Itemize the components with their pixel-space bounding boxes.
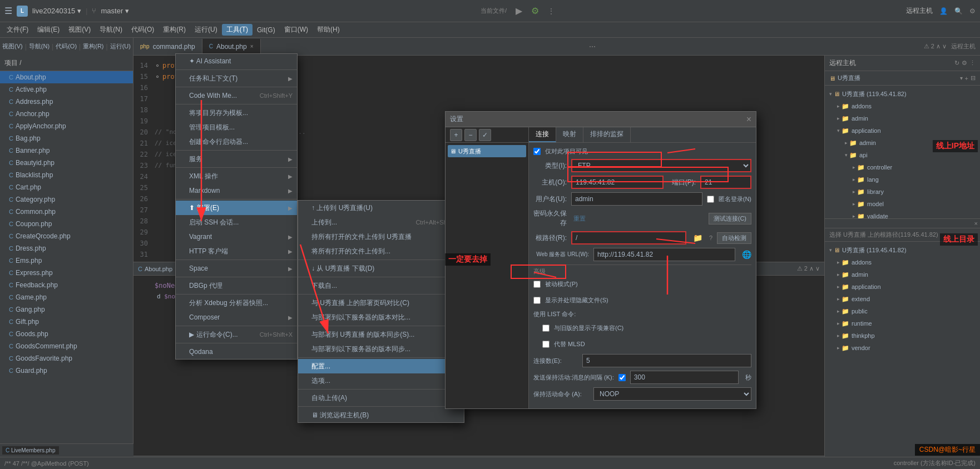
tool-save-template[interactable]: 将项目另存为模板... — [176, 106, 297, 120]
tab-view[interactable]: 视图(V) — [2, 42, 23, 51]
deploy-sync-to[interactable]: 与部署到以下服务器的版本同步... — [298, 342, 464, 356]
keepalive-input[interactable] — [630, 371, 739, 384]
menu-run[interactable]: 运行(U) — [190, 24, 222, 36]
menu-edit[interactable]: 编辑(E) — [33, 24, 64, 36]
tool-tasks[interactable]: 任务和上下文(T) ▶ — [176, 71, 297, 86]
tool-run-cmd[interactable]: ▶ 运行命令(C)... Ctrl+Shift+X — [176, 327, 297, 342]
visible-only-checkbox[interactable] — [533, 148, 541, 155]
tree-b-application[interactable]: ▸ 📁 application — [825, 281, 980, 293]
sidebar-item-common[interactable]: CCommon.php — [0, 206, 133, 218]
tree-b-admin[interactable]: ▸ 📁 admin — [825, 268, 980, 281]
tool-ssh[interactable]: 启动 SSH 会话... — [176, 215, 297, 229]
tab-more-button[interactable]: ⋯ — [582, 43, 602, 51]
settings-top-icon[interactable]: ⚙ — [969, 7, 976, 15]
sidebar-item-bag[interactable]: CBag.php — [0, 132, 133, 144]
sidebar-item-feedback[interactable]: CFeedback.php — [0, 279, 133, 291]
sidebar-item-game[interactable]: CGame.php — [0, 291, 133, 303]
sidebar-item-createqrcode[interactable]: CCreateQrcode.php — [0, 230, 133, 242]
tool-space[interactable]: Space ▶ — [176, 261, 297, 276]
tool-ai[interactable]: ✦ AI Assistant — [176, 54, 297, 68]
tab-code[interactable]: 代码(O) — [56, 42, 77, 51]
sidebar-item-address[interactable]: CAddress.php — [0, 96, 133, 108]
deploy-upload-all[interactable]: 持所有打开的文件上传到 U秀直播 — [298, 229, 464, 244]
bottom-tab-livemembers[interactable]: C LiveMembers.php — [2, 446, 59, 455]
sidebar-item-gang[interactable]: CGang.php — [0, 303, 133, 316]
auto-detect-btn[interactable]: 自动检测 — [717, 232, 751, 244]
deploy-compare-to[interactable]: 与部署到以下服务器的版本对比... — [298, 310, 464, 325]
keepalive-checkbox[interactable] — [618, 374, 626, 381]
tree-server-bottom[interactable]: ▾ 🖥 U秀直播 (119.45.41.82) — [825, 244, 980, 256]
tab-nav[interactable]: 导航(N) — [29, 42, 50, 51]
sidebar-item-cart[interactable]: CCart.php — [0, 181, 133, 193]
sidebar-item-beautyid[interactable]: CBeautyid.php — [0, 157, 133, 169]
open-browser-icon[interactable]: 🌐 — [742, 250, 751, 259]
tree-server-top[interactable]: ▾ 🖥 U秀直播 (119.45.41.82) — [825, 88, 980, 100]
editor-tab-about[interactable]: C About.php × — [202, 39, 261, 54]
project-name[interactable]: live20240315 ▾ — [32, 7, 81, 15]
deploy-options[interactable]: 选项... — [298, 373, 464, 388]
deploy-compare[interactable]: 与 U秀直播 上的部署页码对比(C) — [298, 296, 464, 310]
sidebar-item-active[interactable]: CActive.php — [0, 83, 133, 96]
tree-b-thinkphp[interactable]: ▸ 📁 thinkphp — [825, 330, 980, 342]
menu-navigate[interactable]: 导航(N) — [95, 24, 127, 36]
tool-composer[interactable]: Composer ▶ — [176, 310, 297, 325]
menu-window[interactable]: 窗口(W) — [280, 24, 313, 36]
proxy-checkbox[interactable] — [542, 341, 550, 348]
sidebar-item-gift[interactable]: CGift.php — [0, 316, 133, 328]
tool-qodana[interactable]: Qodana — [176, 345, 297, 359]
sidebar-item-goodscomment[interactable]: CGoodsComment.php — [0, 340, 133, 352]
dialog-tab-mapping[interactable]: 映射 — [556, 127, 583, 142]
tree-application[interactable]: ▾ 📁 application — [825, 124, 980, 137]
test-connection-btn[interactable]: 测试连接(C) — [709, 213, 751, 224]
dialog-tab-connection[interactable]: 连接 — [529, 127, 556, 142]
remove-server-btn[interactable]: − — [464, 129, 477, 141]
deploy-download[interactable]: ↓ 从 U秀直播 下载(D) — [298, 261, 464, 276]
branch-name[interactable]: ⑂ master ▾ — [92, 7, 129, 15]
deploy-download-from[interactable]: 下载自... — [298, 278, 464, 293]
deploy-upload[interactable]: ↑ 上传到 U秀直播(U) — [298, 201, 464, 215]
sidebar-item-ems[interactable]: CEms.php — [0, 255, 133, 267]
hamburger-icon[interactable]: ☰ — [4, 6, 12, 16]
pwd-reset-link[interactable]: 重置 — [573, 214, 586, 223]
tool-xdebug[interactable]: 分析 Xdebug 分析器快照... — [176, 296, 297, 310]
host-input[interactable] — [571, 176, 664, 189]
run-icon[interactable]: ▶ — [516, 6, 522, 16]
sidebar-item-coupon[interactable]: CCoupon.php — [0, 218, 133, 230]
advanced-toggle[interactable]: 高级 — [533, 267, 751, 276]
tool-deploy[interactable]: ⬆ 部署(E) ▶ — [176, 201, 297, 215]
type-select[interactable]: FTP SFTP — [571, 159, 751, 172]
sidebar-item-goodsfavorite[interactable]: CGoodsFavorite.php — [0, 352, 133, 365]
dialog-tab-excluded[interactable]: 排排的监探 — [583, 127, 631, 142]
debug-icon[interactable]: ⚙ — [531, 6, 539, 16]
menu-git[interactable]: Git(G) — [253, 25, 280, 35]
tree-addons-top[interactable]: ▸ 📁 addons — [825, 100, 980, 112]
tree-validate[interactable]: ▸ 📁 validate — [825, 210, 980, 219]
deploy-upload-to[interactable]: 上传到... Ctrl+Alt+Shift+X — [298, 215, 464, 229]
more-remote-icon[interactable]: ⋮ — [969, 59, 976, 67]
search-top-icon[interactable]: 🔍 — [954, 7, 963, 15]
browse-folder-icon[interactable]: 📁 — [693, 233, 702, 242]
sidebar-item-about[interactable]: CAbout.php — [0, 71, 133, 83]
tree-b-runtime[interactable]: ▸ 📁 runtime — [825, 317, 980, 330]
tool-manage-template[interactable]: 管理项目模板... — [176, 120, 297, 134]
sidebar-item-anchor[interactable]: CAnchor.php — [0, 108, 133, 120]
connect-timeout-input[interactable] — [582, 354, 751, 367]
sidebar-item-goods[interactable]: CGoods.php — [0, 328, 133, 340]
tree-admin-top[interactable]: ▸ 📁 admin — [825, 112, 980, 124]
editor-tab-command[interactable]: php command.php — [133, 39, 202, 54]
new-connection-icon[interactable]: + — [965, 75, 968, 82]
deploy-browse[interactable]: 🖥 浏览远程主机(B) — [298, 408, 464, 422]
tool-vagrant[interactable]: Vagrant ▶ — [176, 229, 297, 244]
menu-view[interactable]: 视图(V) — [64, 24, 95, 36]
dropdown-arrow[interactable]: ▾ — [960, 75, 963, 81]
tool-codewith[interactable]: Code With Me... Ctrl+Shift+Y — [176, 88, 297, 103]
anon-checkbox[interactable] — [707, 196, 714, 203]
tab-run[interactable]: 运行(U) — [110, 42, 131, 51]
sidebar-item-dress[interactable]: CDress.php — [0, 242, 133, 255]
root-input[interactable] — [571, 231, 686, 245]
settings-icon[interactable]: ⚙ — [962, 59, 967, 67]
sidebar-item-banner[interactable]: CBanner.php — [0, 144, 133, 157]
close-about-tab[interactable]: × — [250, 43, 254, 49]
deploy-auto-upload[interactable]: 自动上传(A) — [298, 391, 464, 405]
port-input[interactable] — [700, 176, 751, 189]
